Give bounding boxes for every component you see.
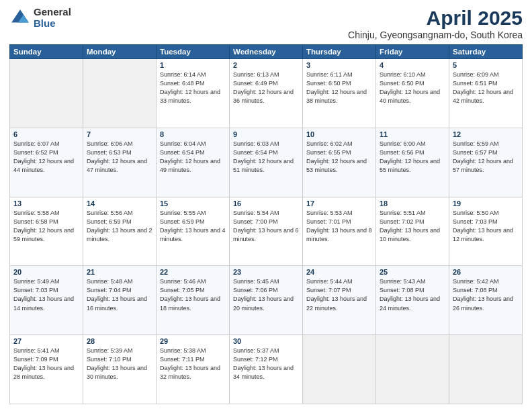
day-info: Sunrise: 5:59 AMSunset: 6:57 PMDaylight:… — [453, 140, 519, 175]
day-number: 12 — [453, 130, 519, 138]
day-number: 26 — [453, 268, 519, 276]
day-info: Sunrise: 5:48 AMSunset: 7:04 PMDaylight:… — [87, 277, 152, 312]
day-cell: 21Sunrise: 5:48 AMSunset: 7:04 PMDayligh… — [83, 266, 157, 335]
day-number: 1 — [160, 61, 226, 69]
day-number: 25 — [380, 268, 445, 276]
day-cell — [449, 335, 523, 404]
day-info: Sunrise: 5:51 AMSunset: 7:02 PMDaylight:… — [380, 209, 445, 244]
header: General Blue April 2025 Chinju, Gyeongsa… — [9, 7, 523, 40]
day-cell: 16Sunrise: 5:54 AMSunset: 7:00 PMDayligh… — [230, 197, 303, 266]
day-number: 22 — [160, 268, 226, 276]
day-cell: 15Sunrise: 5:55 AMSunset: 6:59 PMDayligh… — [157, 197, 230, 266]
day-cell: 14Sunrise: 5:56 AMSunset: 6:59 PMDayligh… — [83, 197, 157, 266]
day-header-friday: Friday — [376, 45, 449, 59]
day-cell: 29Sunrise: 5:38 AMSunset: 7:11 PMDayligh… — [157, 335, 230, 404]
day-cell — [303, 335, 376, 404]
day-number: 14 — [87, 199, 152, 208]
day-info: Sunrise: 5:37 AMSunset: 7:12 PMDaylight:… — [233, 347, 299, 381]
day-cell: 8Sunrise: 6:04 AMSunset: 6:54 PMDaylight… — [157, 128, 230, 197]
day-cell: 2Sunrise: 6:13 AMSunset: 6:49 PMDaylight… — [230, 59, 303, 128]
day-info: Sunrise: 6:02 AMSunset: 6:55 PMDaylight:… — [306, 140, 372, 175]
day-cell: 30Sunrise: 5:37 AMSunset: 7:12 PMDayligh… — [230, 335, 303, 404]
day-cell: 25Sunrise: 5:43 AMSunset: 7:08 PMDayligh… — [376, 266, 449, 335]
logo: General Blue — [9, 7, 71, 29]
day-number: 5 — [453, 61, 519, 69]
day-info: Sunrise: 5:53 AMSunset: 7:01 PMDaylight:… — [306, 209, 372, 244]
day-cell: 7Sunrise: 6:06 AMSunset: 6:53 PMDaylight… — [83, 128, 157, 197]
day-number: 20 — [13, 268, 79, 276]
day-header-tuesday: Tuesday — [157, 45, 230, 59]
day-info: Sunrise: 5:56 AMSunset: 6:59 PMDaylight:… — [87, 209, 152, 244]
day-number: 4 — [380, 61, 445, 69]
month-title: April 2025 — [348, 7, 523, 30]
logo-blue-text: Blue — [34, 18, 71, 30]
calendar-header: SundayMondayTuesdayWednesdayThursdayFrid… — [10, 45, 523, 59]
day-cell: 13Sunrise: 5:58 AMSunset: 6:58 PMDayligh… — [10, 197, 83, 266]
day-cell: 11Sunrise: 6:00 AMSunset: 6:56 PMDayligh… — [376, 128, 449, 197]
day-number: 21 — [87, 268, 152, 276]
week-row-2: 6Sunrise: 6:07 AMSunset: 6:52 PMDaylight… — [10, 128, 523, 197]
day-info: Sunrise: 5:55 AMSunset: 6:59 PMDaylight:… — [160, 209, 226, 244]
title-block: April 2025 Chinju, Gyeongsangnam-do, Sou… — [348, 7, 523, 40]
day-info: Sunrise: 5:44 AMSunset: 7:07 PMDaylight:… — [306, 277, 372, 312]
day-info: Sunrise: 5:39 AMSunset: 7:10 PMDaylight:… — [87, 347, 152, 381]
day-info: Sunrise: 6:09 AMSunset: 6:51 PMDaylight:… — [453, 71, 519, 105]
day-info: Sunrise: 5:45 AMSunset: 7:06 PMDaylight:… — [233, 277, 299, 312]
day-header-row: SundayMondayTuesdayWednesdayThursdayFrid… — [10, 45, 523, 59]
day-cell: 23Sunrise: 5:45 AMSunset: 7:06 PMDayligh… — [230, 266, 303, 335]
location: Chinju, Gyeongsangnam-do, South Korea — [348, 30, 523, 40]
day-header-saturday: Saturday — [449, 45, 523, 59]
day-number: 27 — [13, 337, 79, 345]
day-number: 29 — [160, 337, 226, 345]
day-cell: 19Sunrise: 5:50 AMSunset: 7:03 PMDayligh… — [449, 197, 523, 266]
day-number: 17 — [306, 199, 372, 208]
day-number: 11 — [380, 130, 445, 138]
day-number: 7 — [87, 130, 152, 138]
logo-icon — [9, 7, 31, 29]
day-info: Sunrise: 5:58 AMSunset: 6:58 PMDaylight:… — [13, 209, 79, 244]
day-number: 30 — [233, 337, 299, 345]
page: General Blue April 2025 Chinju, Gyeongsa… — [0, 0, 532, 411]
day-number: 19 — [453, 199, 519, 208]
day-info: Sunrise: 6:06 AMSunset: 6:53 PMDaylight:… — [87, 140, 152, 175]
day-cell: 26Sunrise: 5:42 AMSunset: 7:08 PMDayligh… — [449, 266, 523, 335]
day-cell: 5Sunrise: 6:09 AMSunset: 6:51 PMDaylight… — [449, 59, 523, 128]
day-cell: 17Sunrise: 5:53 AMSunset: 7:01 PMDayligh… — [303, 197, 376, 266]
day-info: Sunrise: 6:03 AMSunset: 6:54 PMDaylight:… — [233, 140, 299, 175]
day-number: 2 — [233, 61, 299, 69]
day-number: 10 — [306, 130, 372, 138]
day-info: Sunrise: 6:14 AMSunset: 6:48 PMDaylight:… — [160, 71, 226, 105]
day-number: 23 — [233, 268, 299, 276]
day-number: 8 — [160, 130, 226, 138]
day-header-thursday: Thursday — [303, 45, 376, 59]
calendar-table: SundayMondayTuesdayWednesdayThursdayFrid… — [9, 44, 523, 404]
day-info: Sunrise: 5:49 AMSunset: 7:03 PMDaylight:… — [13, 277, 79, 312]
day-info: Sunrise: 6:10 AMSunset: 6:50 PMDaylight:… — [380, 71, 445, 105]
day-header-sunday: Sunday — [10, 45, 83, 59]
logo-general-text: General — [34, 7, 71, 18]
day-info: Sunrise: 5:50 AMSunset: 7:03 PMDaylight:… — [453, 209, 519, 244]
day-info: Sunrise: 6:11 AMSunset: 6:50 PMDaylight:… — [306, 71, 372, 105]
calendar-body: 1Sunrise: 6:14 AMSunset: 6:48 PMDaylight… — [10, 59, 523, 404]
day-cell: 24Sunrise: 5:44 AMSunset: 7:07 PMDayligh… — [303, 266, 376, 335]
day-cell — [376, 335, 449, 404]
day-cell: 20Sunrise: 5:49 AMSunset: 7:03 PMDayligh… — [10, 266, 83, 335]
day-info: Sunrise: 6:13 AMSunset: 6:49 PMDaylight:… — [233, 71, 299, 105]
day-info: Sunrise: 6:00 AMSunset: 6:56 PMDaylight:… — [380, 140, 445, 175]
day-info: Sunrise: 5:43 AMSunset: 7:08 PMDaylight:… — [380, 277, 445, 312]
day-cell: 27Sunrise: 5:41 AMSunset: 7:09 PMDayligh… — [10, 335, 83, 404]
day-cell — [10, 59, 83, 128]
day-number: 16 — [233, 199, 299, 208]
day-info: Sunrise: 5:54 AMSunset: 7:00 PMDaylight:… — [233, 209, 299, 244]
day-number: 28 — [87, 337, 152, 345]
day-cell: 28Sunrise: 5:39 AMSunset: 7:10 PMDayligh… — [83, 335, 157, 404]
day-cell: 22Sunrise: 5:46 AMSunset: 7:05 PMDayligh… — [157, 266, 230, 335]
day-header-wednesday: Wednesday — [230, 45, 303, 59]
day-cell: 9Sunrise: 6:03 AMSunset: 6:54 PMDaylight… — [230, 128, 303, 197]
day-info: Sunrise: 5:46 AMSunset: 7:05 PMDaylight:… — [160, 277, 226, 312]
day-info: Sunrise: 5:41 AMSunset: 7:09 PMDaylight:… — [13, 347, 79, 381]
day-cell: 1Sunrise: 6:14 AMSunset: 6:48 PMDaylight… — [157, 59, 230, 128]
day-header-monday: Monday — [83, 45, 157, 59]
day-number: 6 — [13, 130, 79, 138]
day-cell: 12Sunrise: 5:59 AMSunset: 6:57 PMDayligh… — [449, 128, 523, 197]
